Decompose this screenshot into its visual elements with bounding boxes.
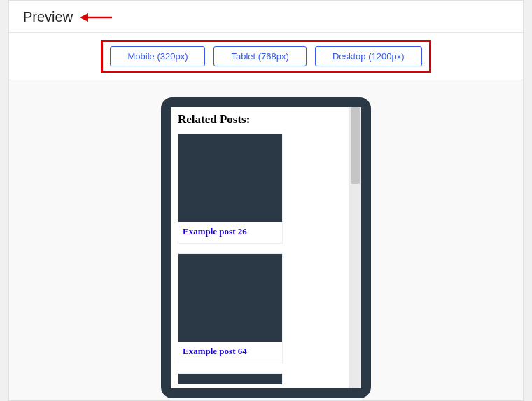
- related-post-card: Example post 26: [178, 134, 283, 244]
- svg-marker-1: [80, 13, 88, 22]
- mobile-viewport-button[interactable]: Mobile (320px): [110, 46, 205, 66]
- preview-content: Related Posts: Example post 26 Example p…: [171, 107, 349, 388]
- preview-scrollbar[interactable]: [349, 107, 361, 388]
- viewport-toolbar: Mobile (320px) Tablet (768px) Desktop (1…: [9, 32, 523, 80]
- device-frame: Related Posts: Example post 26 Example p…: [161, 97, 371, 398]
- post-thumbnail: [178, 134, 282, 222]
- post-title-link[interactable]: Example post 26: [178, 222, 282, 243]
- desktop-viewport-button[interactable]: Desktop (1200px): [315, 46, 422, 66]
- scrollbar-thumb[interactable]: [351, 107, 360, 184]
- tablet-viewport-button[interactable]: Tablet (768px): [214, 46, 306, 66]
- panel-header: Preview: [9, 1, 523, 32]
- post-title-link[interactable]: Example post 64: [178, 342, 282, 363]
- annotation-highlight-box: Mobile (320px) Tablet (768px) Desktop (1…: [101, 40, 430, 73]
- preview-canvas: Related Posts: Example post 26 Example p…: [9, 80, 523, 400]
- preview-panel: Preview Mobile (320px) Tablet (768px) De…: [8, 0, 524, 401]
- arrow-left-icon: [80, 13, 112, 22]
- related-post-card: Example post 64: [178, 253, 283, 363]
- related-posts-heading: Related Posts:: [178, 113, 342, 127]
- post-thumbnail: [178, 373, 283, 384]
- preview-title: Preview: [23, 9, 73, 25]
- device-screen: Related Posts: Example post 26 Example p…: [171, 107, 361, 388]
- post-thumbnail: [178, 254, 282, 342]
